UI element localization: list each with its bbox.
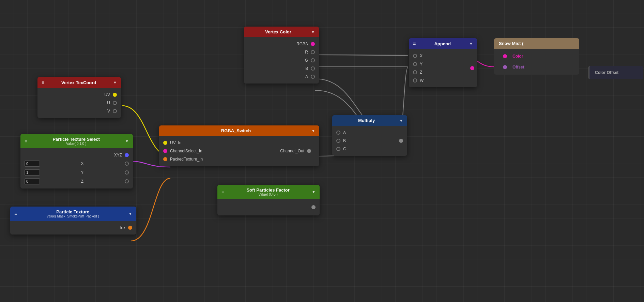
u-output-row: U	[37, 99, 121, 107]
uv-in-label: UV_In	[170, 140, 181, 145]
particle-texture-select-node: ≡ Particle Texture Select Value( 0,1,0 )…	[20, 134, 133, 188]
multiply-c-label: C	[343, 147, 346, 151]
xyz-output-row: XYZ	[20, 151, 133, 159]
color-label: Color	[512, 54, 523, 59]
multiply-c-port[interactable]	[336, 147, 340, 151]
vertex-texcoord-body: UV U V	[37, 88, 121, 118]
z-port[interactable]	[125, 179, 129, 183]
append-z-row: Z	[409, 68, 467, 76]
rgba-label: RGBA	[296, 42, 308, 46]
append-node: ≡ Append ▼ X Y Z W	[409, 38, 477, 87]
uv-in-row: UV_In	[159, 139, 237, 147]
dropdown-icon-spf[interactable]: ▼	[312, 190, 316, 194]
z-input[interactable]	[25, 178, 40, 184]
u-port[interactable]	[113, 101, 117, 105]
append-y-port[interactable]	[413, 62, 417, 66]
packed-texture-label: PackedTexture_In	[170, 157, 203, 162]
offset-pin[interactable]	[503, 65, 507, 69]
uv-in-port[interactable]	[163, 141, 167, 145]
b-label: B	[305, 66, 308, 71]
append-z-port[interactable]	[413, 70, 417, 74]
particle-texture-header[interactable]: ≡ Particle Texture Value( Mask_SmokePuff…	[10, 207, 136, 221]
channel-select-port[interactable]	[163, 149, 167, 153]
channel-out-port[interactable]	[307, 149, 311, 153]
v-output-row: V	[37, 107, 121, 115]
spf-output-port[interactable]	[311, 205, 316, 209]
packed-texture-row: PackedTexture_In	[159, 155, 237, 163]
snow-mist-title: Snow Mist (	[499, 41, 523, 46]
vertex-color-header[interactable]: Vertex Color ▼	[244, 27, 319, 37]
z-row: Z	[20, 177, 133, 186]
append-inputs: X Y Z W	[409, 52, 467, 85]
dropdown-icon-pt[interactable]: ▼	[128, 212, 132, 216]
channel-out-label: Channel_Out	[280, 149, 304, 153]
multiply-output	[396, 129, 407, 153]
particle-texture-node: ≡ Particle Texture Value( Mask_SmokePuff…	[10, 207, 136, 235]
dropdown-icon-rs[interactable]: ▼	[311, 129, 315, 133]
b-port[interactable]	[311, 66, 315, 71]
x-port[interactable]	[125, 162, 129, 166]
xyz-label: XYZ	[114, 153, 122, 157]
x-input[interactable]	[25, 161, 40, 167]
vertex-color-title: Vertex Color	[248, 29, 308, 34]
dropdown-icon-vc[interactable]: ▼	[311, 30, 315, 34]
dropdown-icon[interactable]: ▼	[113, 80, 117, 85]
tex-label: Tex	[119, 225, 125, 230]
r-output-row: R	[244, 48, 319, 56]
multiply-header[interactable]: Multiply ▼	[332, 115, 407, 126]
dropdown-icon-pts[interactable]: ▼	[125, 139, 129, 143]
channel-select-label: ChannelSelect_In	[170, 149, 202, 153]
snow-mist-header: Snow Mist (	[494, 38, 579, 49]
packed-texture-port[interactable]	[163, 157, 167, 161]
particle-texture-subtitle: Value( Mask_SmokePuff_Packed )	[20, 214, 126, 218]
soft-particles-body	[217, 199, 320, 215]
multiply-out-port[interactable]	[399, 139, 403, 143]
append-out-port[interactable]	[470, 66, 474, 70]
multiply-b-row: B	[332, 137, 396, 145]
xyz-port[interactable]	[125, 153, 129, 157]
color-offset-panel: Color Offset	[588, 66, 643, 79]
particle-texture-title: Particle Texture Value( Mask_SmokePuff_P…	[20, 209, 126, 218]
a-port[interactable]	[311, 75, 315, 79]
particle-texture-select-header[interactable]: ≡ Particle Texture Select Value( 0,1,0 )…	[20, 134, 133, 148]
multiply-b-label: B	[343, 138, 346, 143]
multiply-a-row: A	[332, 129, 396, 137]
menu-icon: ≡	[42, 80, 44, 85]
multiply-a-label: A	[343, 130, 346, 135]
append-w-row: W	[409, 76, 467, 85]
uv-port[interactable]	[113, 93, 117, 97]
v-port[interactable]	[113, 109, 117, 113]
dropdown-icon-m[interactable]: ▼	[399, 119, 403, 123]
rgba-switch-body: UV_In ChannelSelect_In PackedTexture_In …	[159, 136, 319, 166]
spf-output-row	[217, 203, 320, 211]
append-w-port[interactable]	[413, 78, 417, 82]
vertex-color-body: RGBA R G B A	[244, 37, 319, 84]
multiply-b-port[interactable]	[336, 139, 340, 143]
rgba-switch-outputs: Channel_Out	[237, 139, 319, 163]
vertex-texcoord-title: Vertex TexCoord	[47, 80, 110, 85]
tex-port[interactable]	[128, 226, 132, 230]
multiply-a-port[interactable]	[336, 131, 340, 135]
rgba-switch-header[interactable]: RGBA_Switch ▼	[159, 125, 319, 136]
particle-texture-select-title: Particle Texture Select Value( 0,1,0 )	[30, 137, 122, 146]
soft-particles-subtitle: Value( 0.45 )	[227, 193, 309, 196]
rgba-port[interactable]	[311, 42, 315, 46]
y-input[interactable]	[25, 169, 40, 176]
r-port[interactable]	[311, 50, 315, 54]
tex-output-row: Tex	[10, 224, 136, 232]
multiply-body: A B C	[332, 126, 407, 156]
rgba-output-row: RGBA	[244, 40, 319, 48]
vertex-texcoord-header[interactable]: ≡ Vertex TexCoord ▼	[37, 77, 121, 88]
append-y-label: Y	[420, 62, 423, 66]
y-port[interactable]	[125, 170, 129, 175]
vertex-color-node: Vertex Color ▼ RGBA R G B A	[244, 27, 319, 84]
dropdown-icon-app[interactable]: ▼	[469, 42, 473, 46]
append-x-port[interactable]	[413, 54, 417, 58]
offset-pin-row: Offset	[499, 63, 574, 71]
color-pin[interactable]	[503, 54, 507, 58]
soft-particles-header[interactable]: ≡ Soft Particles Factor Value( 0.45 ) ▼	[217, 185, 320, 199]
g-output-row: G	[244, 56, 319, 64]
append-header[interactable]: ≡ Append ▼	[409, 38, 477, 49]
g-port[interactable]	[311, 58, 315, 62]
a-label: A	[305, 74, 308, 79]
